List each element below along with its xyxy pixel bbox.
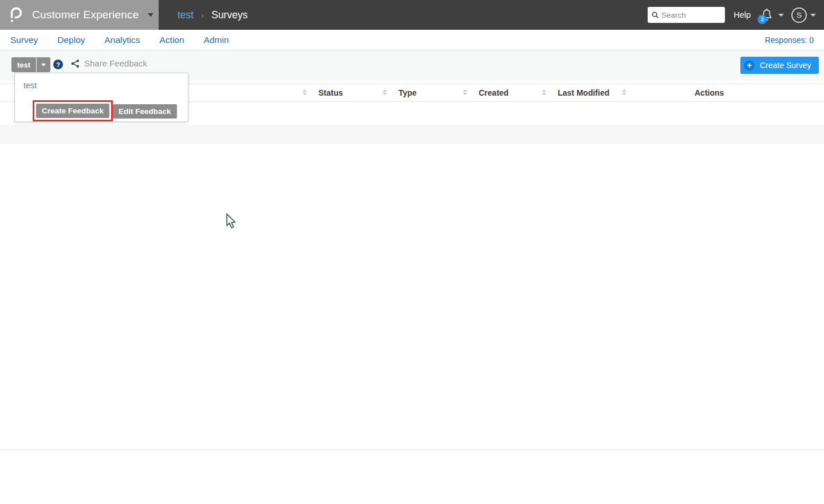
header-actions: Help 3 S (648, 7, 824, 23)
breadcrumb-separator: › (201, 10, 204, 20)
module-nav: Survey Deploy Analytics Action Admin Res… (0, 30, 824, 50)
tab-survey[interactable]: Survey (10, 35, 38, 45)
create-feedback-button[interactable]: Create Feedback (36, 104, 109, 118)
breadcrumb-survey-link[interactable]: test (178, 9, 194, 21)
avatar[interactable]: S (791, 7, 807, 23)
help-tooltip-icon[interactable]: ? (53, 60, 63, 69)
notifications-button[interactable]: 3 (760, 8, 773, 22)
chevron-down-icon[interactable] (810, 14, 816, 17)
dropdown-survey-link[interactable]: test (23, 81, 37, 90)
notification-badge: 3 (758, 15, 767, 24)
share-feedback-label: Share Feedback (84, 58, 147, 68)
product-name: Customer Experience (32, 9, 139, 21)
footer: Discover how customers feel with automat… (0, 450, 824, 504)
red-highlight-annotation: Create Feedback (33, 100, 113, 121)
responses-count: Responses: 0 (764, 36, 814, 45)
sort-icon[interactable] (622, 89, 626, 95)
chevron-down-icon (148, 13, 153, 17)
column-header-type[interactable]: Type (399, 84, 417, 101)
create-survey-label: Create Survey (760, 61, 811, 70)
tab-deploy[interactable]: Deploy (57, 35, 85, 45)
tab-admin[interactable]: Admin (204, 35, 229, 45)
top-header: Customer Experience test › Surveys Help (0, 0, 824, 30)
table-footer-strip (0, 125, 824, 144)
questionpro-logo-icon (8, 6, 22, 23)
breadcrumb-current: Surveys (211, 9, 247, 21)
chevron-down-icon (41, 64, 46, 66)
chevron-down-icon[interactable] (778, 14, 784, 17)
share-icon (71, 59, 80, 68)
sort-icon[interactable] (383, 89, 387, 95)
survey-select-label[interactable]: test (11, 57, 36, 72)
survey-dropdown-panel: test Create Feedback Edit Feedback (14, 73, 188, 122)
search-icon (652, 11, 659, 19)
create-survey-button[interactable]: + Create Survey (740, 57, 819, 74)
product-switcher[interactable]: Customer Experience (0, 0, 159, 30)
column-header-status[interactable]: Status (318, 84, 343, 101)
column-header-last-modified[interactable]: Last Modified (558, 84, 609, 101)
search-box (648, 7, 725, 23)
avatar-initial: S (797, 11, 802, 19)
page: Customer Experience test › Surveys Help (0, 0, 824, 504)
tab-analytics[interactable]: Analytics (105, 35, 140, 45)
breadcrumb: test › Surveys (178, 9, 247, 21)
sort-icon[interactable] (302, 89, 307, 95)
edit-feedback-button[interactable]: Edit Feedback (113, 104, 177, 119)
column-header-actions: Actions (695, 84, 724, 101)
mouse-cursor (226, 213, 236, 229)
survey-select-dropdown-toggle[interactable] (37, 57, 50, 72)
search-input[interactable] (661, 11, 721, 19)
help-link[interactable]: Help (734, 10, 751, 19)
sort-icon[interactable] (463, 89, 467, 95)
tab-action[interactable]: Action (160, 35, 184, 45)
column-header-created[interactable]: Created (479, 84, 508, 101)
survey-select-split-button[interactable]: test (11, 57, 50, 72)
sort-icon[interactable] (542, 89, 546, 95)
share-feedback-link[interactable]: Share Feedback (71, 58, 147, 68)
plus-icon: + (744, 60, 755, 71)
